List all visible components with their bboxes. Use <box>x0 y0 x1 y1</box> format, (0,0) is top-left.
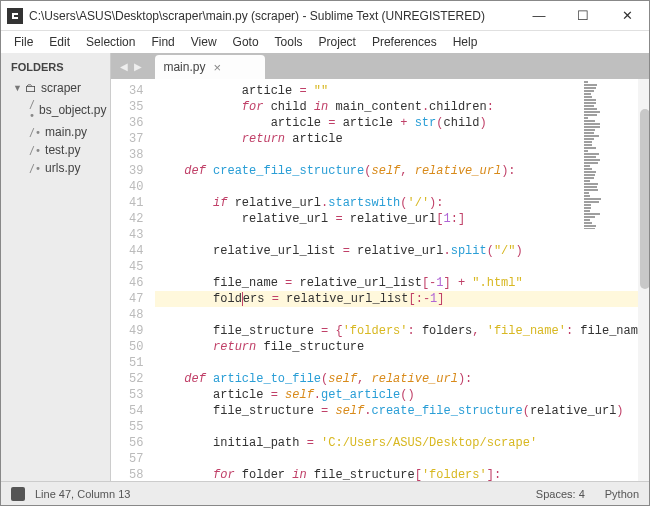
menu-tools[interactable]: Tools <box>268 33 310 51</box>
file-icon: /• <box>29 163 41 174</box>
code-line[interactable] <box>155 419 650 435</box>
code-line[interactable]: def create_file_structure(self, relative… <box>155 163 650 179</box>
folder-root[interactable]: ▼ 🗀 scraper <box>1 79 110 97</box>
menu-project[interactable]: Project <box>312 33 363 51</box>
file-icon: /• <box>29 127 41 138</box>
code-line[interactable] <box>155 307 650 323</box>
menu-edit[interactable]: Edit <box>42 33 77 51</box>
tab-close-icon[interactable]: × <box>213 60 221 75</box>
folder-tree: ▼ 🗀 scraper /•bs_object.py/•main.py/•tes… <box>1 79 110 177</box>
file-icon: /• <box>29 99 35 121</box>
maximize-button[interactable]: ☐ <box>561 1 605 31</box>
menu-file[interactable]: File <box>7 33 40 51</box>
code-line[interactable]: relative_url_list = relative_url.split("… <box>155 243 650 259</box>
code-line[interactable] <box>155 355 650 371</box>
minimize-button[interactable]: — <box>517 1 561 31</box>
menu-find[interactable]: Find <box>144 33 181 51</box>
code-line[interactable]: article = self.get_article() <box>155 387 650 403</box>
code-line[interactable]: article = "" <box>155 83 650 99</box>
code-line[interactable]: def article_to_file(self, relative_url): <box>155 371 650 387</box>
tab-label: main.py <box>163 60 205 74</box>
menu-preferences[interactable]: Preferences <box>365 33 444 51</box>
file-main-py[interactable]: /•main.py <box>1 123 110 141</box>
menu-selection[interactable]: Selection <box>79 33 142 51</box>
status-spaces[interactable]: Spaces: 4 <box>536 488 585 500</box>
file-urls-py[interactable]: /•urls.py <box>1 159 110 177</box>
file-list: /•bs_object.py/•main.py/•test.py/•urls.p… <box>1 97 110 177</box>
line-gutter: 3435363738394041424344454647484950515253… <box>111 79 151 481</box>
file-test-py[interactable]: /•test.py <box>1 141 110 159</box>
code-line[interactable] <box>155 147 650 163</box>
code-line[interactable]: file_structure = self.create_file_struct… <box>155 403 650 419</box>
code-area[interactable]: article = "" for child in main_content.c… <box>151 79 650 481</box>
code-line[interactable]: for child in main_content.children: <box>155 99 650 115</box>
code-line[interactable] <box>155 227 650 243</box>
code-line[interactable]: return article <box>155 131 650 147</box>
close-button[interactable]: ✕ <box>605 1 649 31</box>
chevron-down-icon: ▼ <box>13 83 21 93</box>
code-line[interactable] <box>155 259 650 275</box>
code-line[interactable] <box>155 451 650 467</box>
status-position[interactable]: Line 47, Column 13 <box>35 488 130 500</box>
code-line[interactable] <box>155 179 650 195</box>
menu-help[interactable]: Help <box>446 33 485 51</box>
tabbar: ◀ ▶ main.py × <box>111 53 650 79</box>
folder-label: scraper <box>41 81 81 95</box>
code-editor[interactable]: 3435363738394041424344454647484950515253… <box>111 79 650 481</box>
app-icon <box>7 8 23 24</box>
file-bs_object-py[interactable]: /•bs_object.py <box>1 97 110 123</box>
code-line[interactable]: for folder in file_structure['folders']: <box>155 467 650 481</box>
tab-nav-left-icon[interactable]: ◀ <box>117 59 131 73</box>
status-icon[interactable] <box>11 487 25 501</box>
vertical-scrollbar[interactable] <box>638 79 650 481</box>
folder-icon: 🗀 <box>25 81 37 95</box>
menu-goto[interactable]: Goto <box>226 33 266 51</box>
code-line[interactable]: folders = relative_url_list[:-1] <box>155 291 650 307</box>
code-line[interactable]: if relative_url.startswith('/'): <box>155 195 650 211</box>
code-line[interactable]: return file_structure <box>155 339 650 355</box>
scrollbar-thumb[interactable] <box>640 109 650 289</box>
code-line[interactable]: file_structure = {'folders': folders, 'f… <box>155 323 650 339</box>
code-line[interactable]: initial_path = 'C:/Users/ASUS/Desktop/sc… <box>155 435 650 451</box>
file-icon: /• <box>29 145 41 156</box>
code-line[interactable]: article = article + str(child) <box>155 115 650 131</box>
statusbar: Line 47, Column 13 Spaces: 4 Python <box>1 481 649 505</box>
code-line[interactable]: file_name = relative_url_list[-1] + ".ht… <box>155 275 650 291</box>
status-syntax[interactable]: Python <box>605 488 639 500</box>
menubar: FileEditSelectionFindViewGotoToolsProjec… <box>1 31 649 53</box>
editor-panel: ◀ ▶ main.py × 34353637383940414243444546… <box>111 53 650 481</box>
menu-view[interactable]: View <box>184 33 224 51</box>
tab-main-py[interactable]: main.py × <box>155 55 265 79</box>
titlebar: C:\Users\ASUS\Desktop\scraper\main.py (s… <box>1 1 649 31</box>
window-title: C:\Users\ASUS\Desktop\scraper\main.py (s… <box>29 9 517 23</box>
sidebar: FOLDERS ▼ 🗀 scraper /•bs_object.py/•main… <box>1 53 111 481</box>
tab-nav-right-icon[interactable]: ▶ <box>131 59 145 73</box>
sidebar-header: FOLDERS <box>1 59 110 79</box>
code-line[interactable]: relative_url = relative_url[1:] <box>155 211 650 227</box>
